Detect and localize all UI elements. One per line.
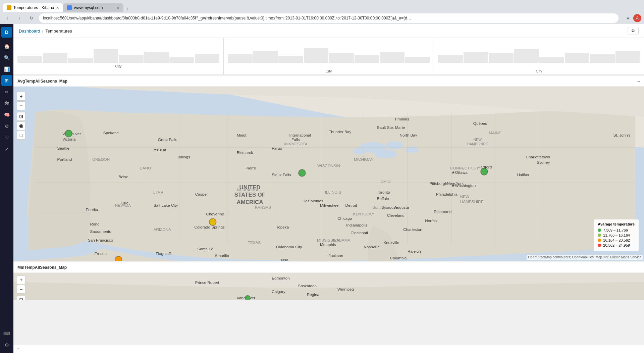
svg-text:Richmond: Richmond bbox=[434, 210, 451, 214]
legend-label-3: 16.164 – 20.562 bbox=[603, 238, 630, 242]
svg-text:WISCONSIN: WISCONSIN bbox=[317, 163, 340, 168]
legend-label-1: 7.369 – 11.766 bbox=[603, 228, 628, 232]
sidebar-item-apm[interactable]: ♡ bbox=[1, 132, 12, 143]
svg-text:Pierre: Pierre bbox=[246, 166, 256, 170]
tab-close[interactable]: ✕ bbox=[56, 6, 59, 10]
svg-text:AMERICA: AMERICA bbox=[236, 199, 263, 205]
panel-title-min: MinTempAllSeasons_Map bbox=[17, 265, 67, 270]
svg-text:International: International bbox=[289, 133, 311, 137]
svg-text:Chicago: Chicago bbox=[337, 216, 352, 220]
bottom-hint: ≡ bbox=[17, 347, 19, 351]
breadcrumb: Dashboard / Temperatures bbox=[19, 29, 72, 34]
svg-text:Casper: Casper bbox=[195, 192, 208, 196]
map-attribution: OpenStreetMap contributors; OpenMapTiles… bbox=[527, 255, 643, 260]
svg-text:Buffalo: Buffalo bbox=[377, 196, 389, 201]
svg-text:Fargo: Fargo bbox=[272, 146, 282, 150]
svg-text:Sydney: Sydney bbox=[537, 160, 550, 164]
fit-bounds-button[interactable]: ⊡ bbox=[17, 112, 25, 121]
sidebar: D 🏠 🔍 📊 ⊞ ✏ 🗺 🧠 ⚙ ♡ ↗ ⌨ ⚙ bbox=[0, 24, 13, 353]
tab2-close[interactable]: ✕ bbox=[116, 6, 119, 10]
sidebar-item-discover[interactable]: 🔍 bbox=[1, 52, 12, 63]
sidebar-item-settings[interactable]: ⚙ bbox=[1, 340, 12, 350]
svg-point-135 bbox=[481, 168, 488, 175]
browser-chrome: Temperatures - Kibana ✕ www.mysql.com ✕ … bbox=[0, 0, 644, 12]
chart-city-3: City bbox=[536, 69, 542, 73]
layer-button[interactable]: ◉ bbox=[17, 121, 25, 130]
sidebar-item-uptime[interactable]: ↗ bbox=[1, 144, 12, 154]
map-legend: Avarage temperature 7.369 – 11.766 11.76… bbox=[594, 219, 639, 251]
legend-label-4: 20.562 – 24.959 bbox=[603, 243, 630, 247]
svg-text:Billings: Billings bbox=[178, 155, 190, 159]
svg-text:MINNESOTA: MINNESOTA bbox=[284, 142, 308, 146]
panel-header-min: MinTempAllSeasons_Map bbox=[13, 262, 644, 273]
svg-text:Prince Rupert: Prince Rupert bbox=[195, 280, 220, 285]
svg-point-136 bbox=[209, 218, 216, 225]
svg-text:Topeka: Topeka bbox=[276, 225, 289, 229]
logo-letter: D bbox=[5, 30, 8, 35]
inactive-tab[interactable]: www.mysql.com ✕ bbox=[63, 3, 123, 12]
svg-text:Cincinnati: Cincinnati bbox=[351, 231, 368, 235]
svg-text:Eureka: Eureka bbox=[86, 207, 98, 212]
profile-icon[interactable]: A bbox=[633, 14, 641, 22]
svg-text:Colorado Springs: Colorado Springs bbox=[194, 225, 225, 229]
address-input[interactable]: localhost:5601/s/dw/app/kibana#/dashboar… bbox=[39, 13, 619, 23]
panel-title-avg: AvgTempAllSeasons_Map bbox=[17, 79, 67, 84]
svg-point-2 bbox=[386, 141, 403, 149]
svg-text:Portland: Portland bbox=[57, 157, 72, 161]
min-fit[interactable]: ⊡ bbox=[17, 296, 25, 300]
svg-text:Reno: Reno bbox=[90, 222, 100, 226]
zoom-out-button[interactable]: − bbox=[17, 101, 25, 110]
draw-button[interactable]: □ bbox=[17, 131, 25, 140]
svg-text:Detroit: Detroit bbox=[345, 203, 357, 207]
panel-menu-avg[interactable]: ··· bbox=[637, 79, 640, 84]
svg-text:Norfolk: Norfolk bbox=[425, 218, 437, 223]
map-container-avg[interactable]: UNITED STATES OF AMERICA OREGON NEVADA U… bbox=[13, 87, 644, 261]
svg-text:Calgary: Calgary bbox=[272, 289, 285, 294]
svg-text:Bismarck: Bismarck bbox=[237, 150, 253, 155]
browser-tabs: Temperatures - Kibana ✕ www.mysql.com ✕ … bbox=[3, 0, 131, 12]
dashboard-content: City City bbox=[13, 38, 644, 353]
sidebar-item-infrastructure[interactable]: ⚙ bbox=[1, 121, 12, 132]
svg-text:Tulsa: Tulsa bbox=[279, 258, 288, 261]
chart-1: City bbox=[13, 38, 224, 74]
sidebar-item-canvas[interactable]: ✏ bbox=[1, 87, 12, 97]
svg-text:MISSISSIPPI: MISSISSIPPI bbox=[317, 238, 340, 242]
zoom-in-button[interactable]: + bbox=[17, 92, 25, 101]
legend-title: Avarage temperature bbox=[598, 222, 635, 226]
sidebar-item-devtools[interactable]: ⌨ bbox=[1, 328, 12, 339]
min-zoom-out[interactable]: − bbox=[17, 285, 25, 294]
reload-button[interactable]: ↻ bbox=[27, 13, 36, 23]
min-map-container[interactable]: Prince Rupert Edmonton Saskatoon Calgary… bbox=[13, 273, 644, 300]
legend-dot-2 bbox=[598, 234, 601, 237]
svg-point-134 bbox=[299, 169, 306, 176]
svg-text:HAMPSHIRE: HAMPSHIRE bbox=[467, 142, 488, 146]
bookmark-icon[interactable]: ★ bbox=[624, 14, 632, 22]
sidebar-item-visualize[interactable]: 📊 bbox=[1, 64, 12, 74]
svg-text:Cheyenne: Cheyenne bbox=[206, 212, 224, 216]
svg-text:Seattle: Seattle bbox=[57, 146, 70, 150]
svg-text:CONNECTICUT: CONNECTICUT bbox=[450, 166, 479, 170]
share-button[interactable]: ⚙ bbox=[628, 27, 639, 35]
svg-text:Saskatoon: Saskatoon bbox=[298, 284, 317, 288]
sidebar-item-ml[interactable]: 🧠 bbox=[1, 109, 12, 120]
svg-point-4 bbox=[353, 148, 366, 155]
forward-button[interactable]: › bbox=[15, 13, 24, 23]
tab2-favicon bbox=[67, 5, 72, 10]
back-button[interactable]: ‹ bbox=[3, 13, 12, 23]
svg-text:Edmonton: Edmonton bbox=[272, 276, 290, 280]
bottom-toolbar: ≡ bbox=[13, 345, 644, 353]
kibana-logo[interactable]: D bbox=[1, 27, 12, 38]
sidebar-item-home[interactable]: 🏠 bbox=[1, 41, 12, 52]
sidebar-item-maps[interactable]: 🗺 bbox=[1, 98, 12, 109]
svg-text:Flagstaff: Flagstaff bbox=[156, 251, 171, 256]
min-zoom-in[interactable]: + bbox=[17, 275, 25, 284]
svg-text:St. John's: St. John's bbox=[613, 133, 631, 137]
legend-item-2: 11.766 – 16.164 bbox=[598, 233, 635, 237]
breadcrumb-parent[interactable]: Dashboard bbox=[19, 29, 40, 34]
new-tab-button[interactable]: + bbox=[123, 6, 130, 12]
sidebar-item-dashboard[interactable]: ⊞ bbox=[1, 75, 12, 86]
min-map-controls: + − ⊡ ◉ bbox=[17, 275, 25, 300]
svg-text:Pittsburgh: Pittsburgh bbox=[429, 181, 447, 186]
svg-text:Salt Lake City: Salt Lake City bbox=[154, 203, 178, 207]
active-tab[interactable]: Temperatures - Kibana ✕ bbox=[3, 3, 63, 12]
